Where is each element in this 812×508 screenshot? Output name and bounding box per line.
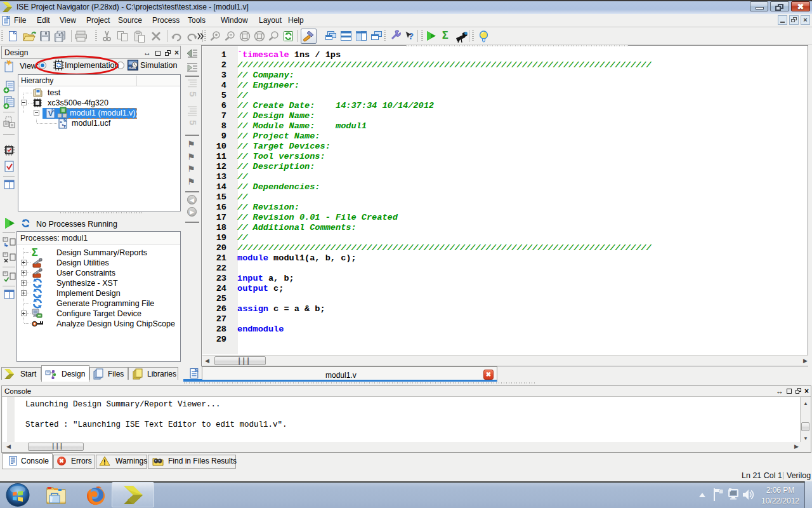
svg-text:ISim: ISim (129, 66, 136, 70)
svg-text:F: F (64, 124, 67, 129)
svg-text:V: V (48, 110, 53, 117)
